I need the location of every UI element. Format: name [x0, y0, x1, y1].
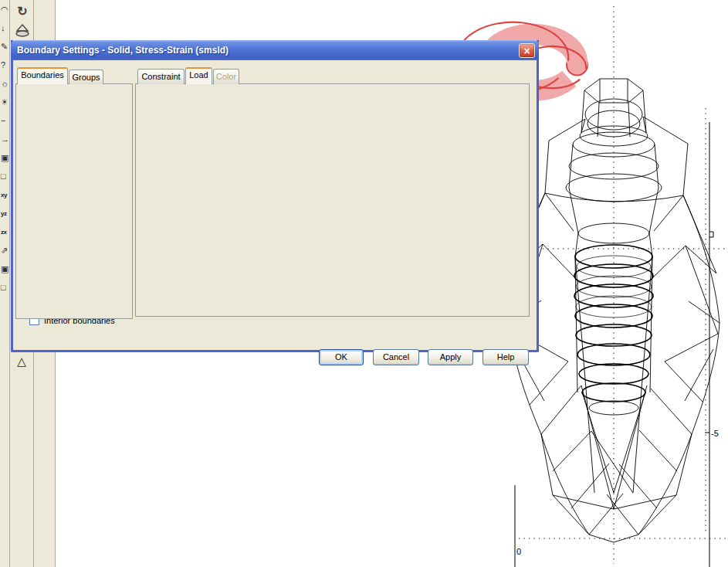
cancel-button[interactable]: Cancel [373, 349, 419, 365]
axis-tick-zero: 0 [516, 547, 521, 556]
bone-wireframe [510, 117, 720, 542]
workplane-xy-icon[interactable]: xy [0, 185, 10, 204]
dialog-title: Boundary Settings - Solid, Stress-Strain… [11, 45, 229, 56]
workplane-yz-icon[interactable]: yz [0, 204, 10, 222]
rotate-3d-icon[interactable]: ↻ [12, 2, 32, 20]
light-on-icon[interactable]: ☼ [0, 74, 10, 93]
toolbar-column-clipped: ◠ ↓ ✎ ? ☼ ☀ − → ▣ □ xy yz zx ⇗ ▣ □ [0, 0, 10, 567]
ellipse-tool-icon[interactable]: ◠ [0, 0, 10, 19]
apply-button[interactable]: Apply [428, 349, 473, 365]
tab-groups[interactable]: Groups [69, 70, 103, 84]
axis-tick-minus5: -5 [711, 429, 719, 438]
tab-load[interactable]: Load [185, 67, 212, 84]
line-tool-icon[interactable]: − [0, 111, 10, 130]
dialog-titlebar[interactable]: Boundary Settings - Solid, Stress-Strain… [11, 40, 539, 60]
axes-3d-icon[interactable]: ⇗ [0, 241, 10, 260]
tab-color: Color [213, 69, 239, 84]
boundaries-tab-panel [15, 83, 133, 319]
load-tab-panel [135, 83, 530, 317]
light-off-icon[interactable]: ☀ [0, 93, 10, 111]
application-window: -5 0 [0, 0, 728, 567]
block-1-icon[interactable]: ▣ [0, 260, 10, 278]
cube-solid-icon[interactable]: ▣ [0, 148, 10, 167]
tab-boundaries[interactable]: Boundaries [17, 67, 68, 84]
arrow-down-icon[interactable]: ↓ [0, 19, 10, 37]
draw-tool-icon[interactable]: ✎ [0, 37, 10, 56]
implant-wireframe [566, 79, 662, 493]
block-2-icon[interactable]: □ [0, 278, 10, 297]
ok-button[interactable]: OK [319, 349, 364, 365]
arrow-right-icon[interactable]: → [0, 130, 10, 148]
headlight-icon[interactable] [12, 22, 32, 40]
cube-wire-icon[interactable]: □ [0, 167, 10, 185]
tab-constraint[interactable]: Constraint [137, 69, 185, 84]
draw-triangle-icon[interactable]: △ [12, 352, 31, 371]
boundary-settings-dialog: Boundary Settings - Solid, Stress-Strain… [11, 40, 539, 352]
help-icon[interactable]: ? [0, 56, 10, 74]
close-icon[interactable]: × [519, 43, 535, 58]
help-button[interactable]: Help [483, 349, 529, 365]
dialog-body: Boundaries Groups Constraint Load Color … [11, 60, 539, 352]
workplane-zx-icon[interactable]: zx [0, 222, 10, 241]
